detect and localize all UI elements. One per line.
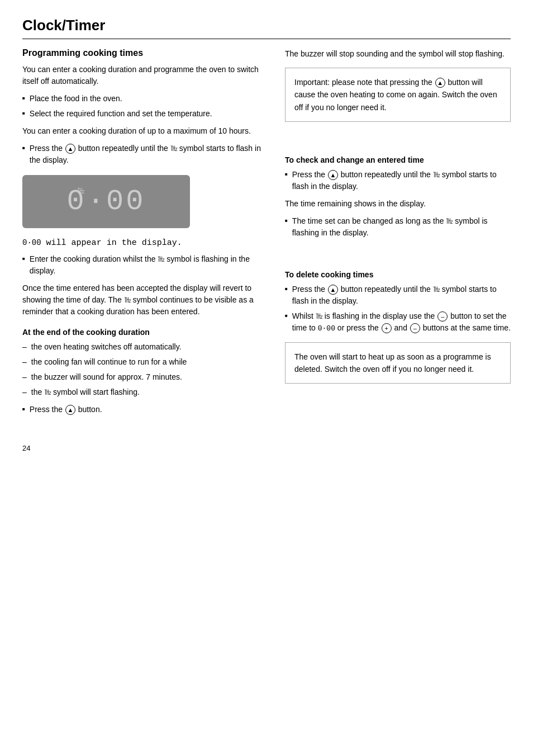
minus-icon: –: [410, 323, 420, 333]
list-item: Whilst ㎔ is flashing in the display use …: [285, 310, 511, 334]
end-heading: At the end of the cooking duration: [22, 328, 263, 337]
list-item: the buzzer will sound for approx. 7 minu…: [22, 371, 263, 383]
page-number: 24: [22, 444, 30, 452]
timer-symbol: ㎔: [446, 217, 453, 225]
list-item: The time set can be changed as long as t…: [285, 215, 511, 239]
delete-heading: To delete cooking times: [285, 270, 511, 279]
bullet-list-3: Enter the cooking duration whilst the ㎔ …: [22, 253, 263, 277]
timer-symbol: ㎔: [158, 255, 164, 263]
arrow-up-icon: ▲: [328, 285, 338, 295]
para-accepted: Once the time entered has been accepted …: [22, 282, 263, 318]
timer-symbol-display: ㎔: [77, 186, 85, 196]
timer-symbol: ㎔: [170, 144, 177, 153]
check-heading: To check and change an entered time: [285, 155, 511, 164]
timer-symbol: ㎔: [44, 388, 51, 396]
list-item: Enter the cooking duration whilst the ㎔ …: [22, 253, 263, 277]
arrow-up-icon: ▲: [65, 405, 75, 415]
list-item: the oven heating switches off automatica…: [22, 341, 263, 353]
intro-para2: You can enter a cooking duration of up t…: [22, 125, 263, 137]
display-colon: ·: [85, 185, 106, 218]
right-column: The buzzer will stop sounding and the sy…: [285, 48, 511, 421]
buzzer-para: The buzzer will stop sounding and the sy…: [285, 48, 511, 60]
list-item: the cooling fan will continue to run for…: [22, 356, 263, 368]
info-box-2: The oven will start to heat up as soon a…: [285, 342, 511, 384]
dash-list: the oven heating switches off automatica…: [22, 341, 263, 398]
info-box-1: Important: please note that pressing the…: [285, 68, 511, 122]
arrow-up-icon: ▲: [435, 78, 445, 88]
display-double-zero: 00: [106, 185, 145, 218]
display-box: ㎔ 0 · 00: [22, 175, 190, 228]
arrow-up-icon: ▲: [328, 170, 338, 180]
display-label: 0·00 will appear in the display.: [22, 237, 263, 250]
timer-symbol: ㎔: [433, 171, 440, 179]
arrow-up-icon: ▲: [65, 144, 75, 154]
bullet-list-1: Place the food in the oven. Select the r…: [22, 93, 263, 120]
bullet-list-2: Press the ▲ button repeatedly until the …: [22, 143, 263, 166]
timer-symbol: ㎔: [316, 312, 322, 320]
list-item: Press the ▲ button repeatedly until the …: [285, 284, 511, 307]
check-bullet-list-1: Press the ▲ button repeatedly until the …: [285, 169, 511, 192]
bullet-list-press: Press the ▲ button.: [22, 404, 263, 415]
minus-icon: –: [437, 311, 448, 322]
display-inner: ㎔ 0 · 00: [67, 185, 146, 218]
intro-para1: You can enter a cooking duration and pro…: [22, 64, 263, 87]
left-column: Programming cooking times You can enter …: [22, 48, 263, 421]
plus-icon: +: [382, 323, 392, 333]
timer-symbol: ㎔: [124, 296, 131, 304]
list-item: Press the ▲ button.: [22, 404, 263, 415]
page-title: Clock/Timer: [22, 17, 511, 39]
list-item: the ㎔ symbol will start flashing.: [22, 386, 263, 398]
timer-symbol: ㎔: [433, 285, 440, 294]
check-para: The time remaining shows in the display.: [285, 198, 511, 210]
check-bullet-list-2: The time set can be changed as long as t…: [285, 215, 511, 239]
list-item: Press the ▲ button repeatedly until the …: [22, 143, 263, 166]
list-item: Select the required function and set the…: [22, 108, 263, 120]
list-item: Press the ▲ button repeatedly until the …: [285, 169, 511, 192]
section-heading: Programming cooking times: [22, 48, 263, 58]
delete-bullet-list: Press the ▲ button repeatedly until the …: [285, 284, 511, 334]
list-item: Place the food in the oven.: [22, 93, 263, 105]
